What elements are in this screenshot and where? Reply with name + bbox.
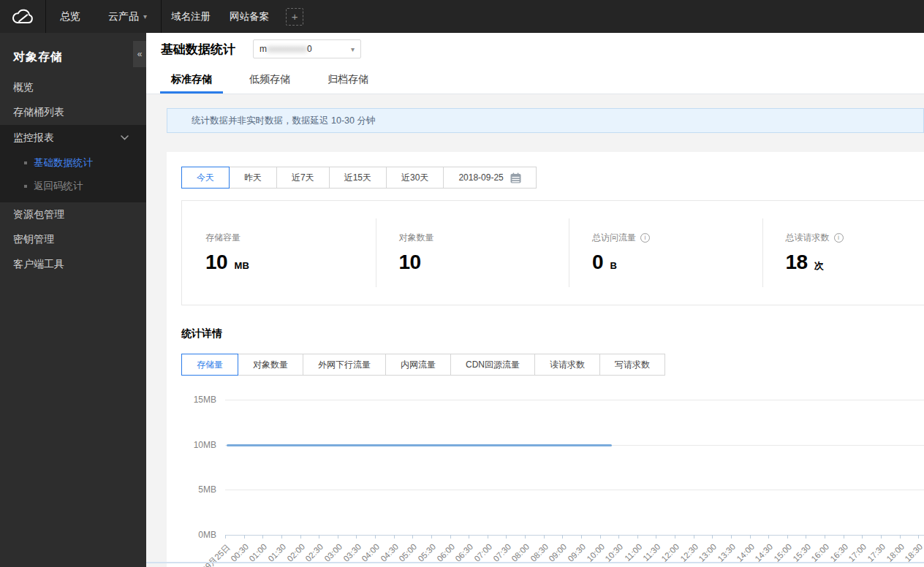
sidebar-sub-item[interactable]: 基础数据统计 (0, 151, 146, 175)
stat-value: 0 B (592, 251, 762, 274)
bottom-divider (146, 562, 924, 563)
stat-unit: MB (235, 260, 249, 271)
detail-section-title: 统计详情 (181, 327, 924, 340)
metric-tab-button[interactable]: 写请求数 (599, 354, 665, 376)
metric-tab-label: 外网下行流量 (318, 359, 371, 371)
nav-cloud-products[interactable]: 云产品 ▾ (94, 0, 161, 33)
nav-cloud-products-label: 云产品 (108, 10, 139, 23)
statistics-panel: 今天 昨天 近7天 近15天 近30天 2018-09-25 (167, 152, 924, 567)
metric-tab-button[interactable]: 外网下行流量 (303, 354, 386, 376)
stat-label: 总访问流量 i (592, 232, 762, 244)
metric-tab-button[interactable]: 对象数量 (238, 354, 303, 376)
storage-class-tabs: 标准存储 低频存储 归档存储 (146, 65, 924, 94)
page-content: 统计数据并非实时数据，数据延迟 10-30 分钟 今天 昨天 近7天 近15天 … (146, 94, 924, 567)
y-axis-tick-label: 5MB (181, 484, 216, 495)
chevron-down-icon: ▾ (143, 12, 147, 20)
date-picker-button[interactable]: 2018-09-25 (443, 167, 536, 189)
stat-label: 存储容量 (205, 232, 376, 244)
nav-overview-label: 总览 (60, 10, 80, 23)
time-range-7days-button[interactable]: 近7天 (276, 167, 330, 189)
bucket-name-prefix: m (260, 44, 267, 54)
add-shortcut-button[interactable]: + (286, 8, 303, 26)
bucket-select-dropdown[interactable]: m xxxxxxxxxxx 0 ▾ (253, 39, 361, 58)
sidebar-sub-item-label: 返回码统计 (34, 180, 83, 193)
stat-label-text: 对象数量 (399, 232, 434, 244)
sidebar-sub-item-label: 基础数据统计 (34, 156, 93, 170)
sidebar-collapse-button[interactable]: « (133, 41, 146, 67)
storage-class-tab[interactable]: 标准存储 (160, 65, 223, 94)
storage-usage-chart: 15MB10MB5MB0MB 09月25日 (181, 387, 924, 567)
sidebar-sub-item[interactable]: 返回码统计 (0, 175, 146, 198)
metric-tab-button[interactable]: CDN回源流量 (450, 354, 535, 376)
nav-website-icp[interactable]: 网站备案 (220, 0, 279, 33)
page-title-row: 基础数据统计 m xxxxxxxxxxx 0 ▾ (146, 33, 924, 65)
stat-label: 总读请求数 i (786, 232, 924, 244)
chart-y-axis: 15MB10MB5MB0MB (181, 400, 216, 535)
metric-tab-button[interactable]: 存储量 (181, 354, 238, 376)
page-header: 基础数据统计 m xxxxxxxxxxx 0 ▾ 标准存储 低频存储 归档存储 (146, 33, 924, 94)
stat-value: 10 MB (205, 251, 376, 274)
sidebar-item[interactable]: 存储桶列表 (0, 100, 146, 125)
cloud-icon (11, 8, 34, 26)
stat-total-traffic: 总访问流量 i 0 B (569, 201, 762, 305)
chart-plot-area: 09月25日 00:30 01:00 01:30 02:00 02:30 (225, 400, 924, 535)
metric-tabs-group: 存储量 对象数量 外网下行流量 内网流量 CDN回源流量 读请求数 写请求数 (181, 354, 665, 376)
gridline (225, 400, 924, 400)
metric-tab-label: CDN回源流量 (466, 359, 520, 371)
sidebar: 对象存储 « 概览存储桶列表 监控报表 基础数据统计 返回码统计 (0, 33, 146, 567)
y-axis-tick-label: 10MB (181, 440, 216, 450)
sidebar-item[interactable]: 密钥管理 (0, 227, 146, 252)
sidebar-item[interactable]: 概览 (0, 75, 146, 100)
app-root: 总览 云产品 ▾ 域名注册 网站备案 + 对象存储 « 概览存储桶列表 监控报表 (0, 0, 924, 567)
time-range-today-button[interactable]: 今天 (181, 167, 230, 189)
time-range-yesterday-button[interactable]: 昨天 (229, 167, 277, 189)
notice-banner: 统计数据并非实时数据，数据延迟 10-30 分钟 (167, 108, 924, 133)
time-range-30days-button[interactable]: 近30天 (386, 167, 444, 189)
sidebar-header: 对象存储 « (0, 33, 146, 75)
tencent-cloud-logo[interactable] (0, 8, 45, 26)
sidebar-group-header-monitoring[interactable]: 监控报表 (0, 125, 146, 151)
stat-value: 18 次 (786, 251, 924, 274)
stat-value: 10 (399, 251, 569, 274)
metric-tab-label: 存储量 (197, 359, 223, 371)
stat-number: 0 (592, 251, 603, 273)
info-icon[interactable]: i (640, 233, 650, 243)
chevron-down-icon: ▾ (351, 45, 355, 53)
nav-overview[interactable]: 总览 (46, 0, 94, 33)
notice-banner-text: 统计数据并非实时数据，数据延迟 10-30 分钟 (192, 115, 375, 127)
page-title: 基础数据统计 (161, 41, 235, 58)
time-range-group: 今天 昨天 近7天 近15天 近30天 2018-09-25 (181, 167, 537, 189)
topbar-primary-nav: 总览 云产品 ▾ (46, 0, 161, 33)
nav-domain-registration[interactable]: 域名注册 (162, 0, 220, 33)
top-nav-bar: 总览 云产品 ▾ 域名注册 网站备案 + (0, 0, 924, 33)
sidebar-group-label: 监控报表 (13, 132, 54, 145)
sidebar-bottom-items: 资源包管理密钥管理客户端工具 (0, 202, 146, 277)
gridline (225, 490, 924, 490)
date-picker-value: 2018-09-25 (458, 172, 503, 183)
stat-label-text: 总读请求数 (786, 232, 830, 244)
stat-unit: B (610, 260, 617, 271)
stat-label: 对象数量 (399, 232, 569, 244)
storage-class-tab[interactable]: 低频存储 (238, 65, 301, 94)
chevron-down-icon (121, 135, 129, 140)
storage-class-tab[interactable]: 归档存储 (317, 65, 379, 94)
sidebar-item[interactable]: 客户端工具 (0, 252, 146, 277)
stat-number: 10 (205, 251, 227, 273)
metric-tab-button[interactable]: 内网流量 (385, 354, 451, 376)
metric-tab-button[interactable]: 读请求数 (534, 354, 600, 376)
stat-object-count: 对象数量 10 (376, 201, 569, 305)
sidebar-item[interactable]: 资源包管理 (0, 202, 146, 227)
time-range-15days-button[interactable]: 近15天 (329, 167, 387, 189)
metric-tab-label: 对象数量 (253, 359, 288, 371)
metric-tab-label: 内网流量 (401, 359, 436, 371)
sidebar-sub-items: 基础数据统计 返回码统计 (0, 151, 146, 198)
metric-tab-label: 写请求数 (615, 359, 650, 371)
storage-class-tab-label: 标准存储 (171, 73, 212, 86)
y-axis-tick-label: 15MB (181, 395, 216, 405)
storage-series-line[interactable] (227, 444, 612, 446)
storage-class-tab-label: 归档存储 (327, 73, 368, 86)
info-icon[interactable]: i (834, 233, 844, 243)
stat-storage-capacity: 存储容量 10 MB (182, 201, 376, 305)
bucket-name-masked: xxxxxxxxxxx (267, 44, 307, 54)
calendar-icon (510, 172, 521, 183)
